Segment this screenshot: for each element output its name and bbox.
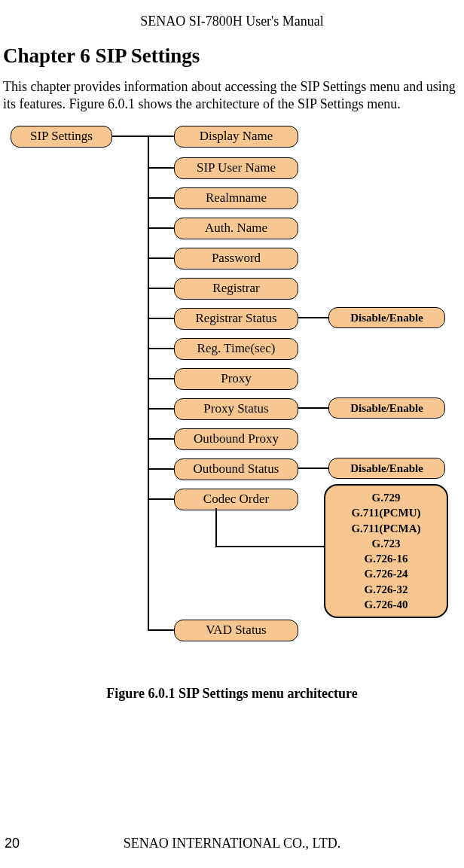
- node-auth-name: Auth. Name: [174, 218, 298, 239]
- codec-item: G.711(PCMU): [325, 505, 447, 520]
- connector: [215, 508, 217, 546]
- node-outbound-status: Outbound Status: [174, 458, 298, 480]
- node-proxy: Proxy: [174, 368, 298, 390]
- figure-caption: Figure 6.0.1 SIP Settings menu architect…: [0, 686, 464, 702]
- node-outbound-proxy: Outbound Proxy: [174, 428, 298, 450]
- codec-item: G.726-24: [325, 566, 447, 581]
- intro-paragraph: This chapter provides information about …: [3, 78, 456, 112]
- connector: [148, 288, 174, 289]
- node-proxy-status-value: Disable/Enable: [328, 397, 445, 419]
- node-outbound-status-value: Disable/Enable: [328, 458, 445, 479]
- connector: [148, 318, 174, 319]
- document-header: SENAO SI-7800H User's Manual: [0, 0, 464, 29]
- node-sip-user-name: SIP User Name: [174, 157, 298, 179]
- node-registrar-status-value: Disable/Enable: [328, 307, 445, 328]
- connector: [148, 438, 174, 440]
- connector: [148, 136, 149, 629]
- connector: [298, 317, 328, 318]
- connector: [148, 378, 174, 379]
- connector: [148, 629, 174, 631]
- connector: [215, 546, 324, 547]
- connector: [148, 257, 174, 259]
- page-number: 20: [5, 836, 20, 851]
- connector: [298, 407, 328, 409]
- connector: [148, 227, 174, 229]
- node-registrar-status: Registrar Status: [174, 308, 298, 330]
- footer-company: SENAO INTERNATIONAL CO., LTD.: [0, 836, 464, 851]
- connector: [148, 348, 174, 349]
- node-registrar: Registrar: [174, 278, 298, 300]
- page-footer: 20 SENAO INTERNATIONAL CO., LTD.: [0, 836, 464, 851]
- node-reg-time: Reg. Time(sec): [174, 338, 298, 360]
- node-sip-settings: SIP Settings: [11, 126, 112, 148]
- codec-item: G.726-40: [325, 597, 447, 612]
- codec-item: G.726-16: [325, 551, 447, 566]
- connector: [298, 468, 328, 469]
- node-password: Password: [174, 248, 298, 270]
- node-proxy-status: Proxy Status: [174, 398, 298, 420]
- sip-menu-diagram: SIP Settings Display Name SIP User Name …: [5, 126, 456, 653]
- codec-item: G.711(PCMA): [325, 521, 447, 536]
- node-realmname: Realmname: [174, 187, 298, 209]
- codec-item: G.723: [325, 536, 447, 551]
- codec-list-box: G.729 G.711(PCMU) G.711(PCMA) G.723 G.72…: [324, 484, 448, 618]
- chapter-title: Chapter 6 SIP Settings: [3, 44, 464, 68]
- connector: [148, 498, 174, 500]
- node-codec-order: Codec Order: [174, 489, 298, 510]
- connector: [148, 468, 174, 470]
- codec-item: G.726-32: [325, 582, 447, 597]
- node-display-name: Display Name: [174, 126, 298, 148]
- connector: [148, 197, 174, 199]
- connector: [148, 167, 174, 169]
- codec-item: G.729: [325, 490, 447, 505]
- connector: [148, 408, 174, 410]
- node-vad-status: VAD Status: [174, 620, 298, 641]
- connector: [112, 136, 174, 137]
